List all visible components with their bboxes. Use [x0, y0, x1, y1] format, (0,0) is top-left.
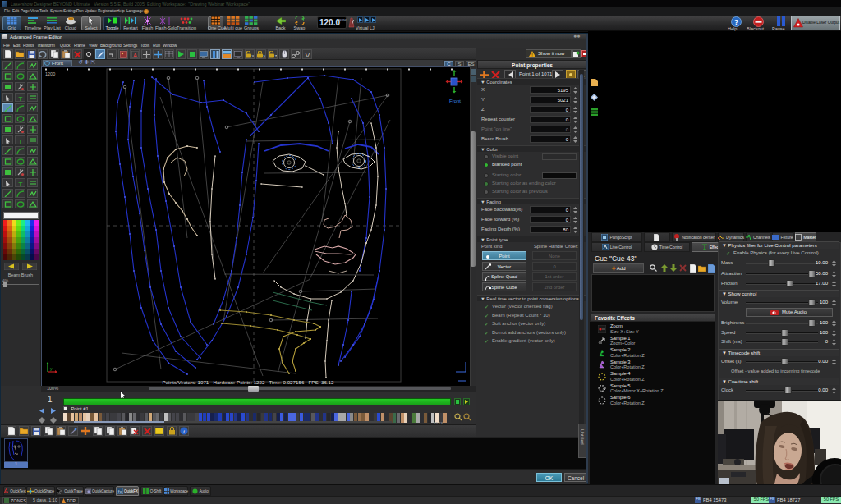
svg-text:T: T [18, 137, 22, 144]
svg-text:x: x [252, 53, 255, 58]
svg-text:z: z [275, 53, 278, 58]
svg-text:T: T [18, 180, 22, 187]
svg-text:fx: fx [118, 489, 122, 494]
svg-text:i: i [183, 428, 185, 435]
svg-text:V: V [305, 52, 310, 58]
svg-text:beta: beta [69, 17, 74, 21]
svg-text:!: ! [531, 53, 532, 57]
svg-text:Points/Vectors: 1071 Hardwar: Points/Vectors: 1071 Hardware Points: 12… [163, 379, 334, 385]
svg-text:y: y [264, 53, 266, 58]
svg-text:?: ? [734, 18, 739, 26]
svg-text:Front: Front [449, 99, 461, 103]
svg-text:A: A [132, 52, 136, 57]
svg-text:y: y [50, 366, 53, 371]
svg-text:T: T [18, 94, 22, 102]
svg-text:1200: 1200 [45, 71, 55, 76]
